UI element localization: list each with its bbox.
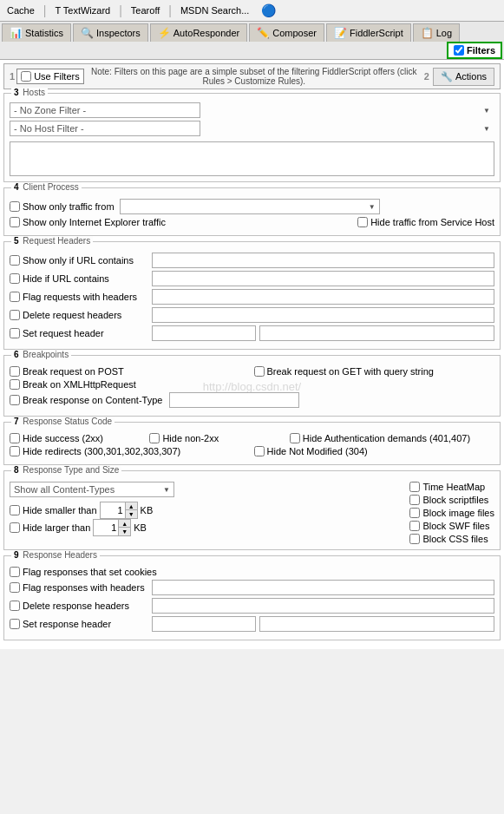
break-xml-checkbox[interactable] (10, 379, 20, 390)
resp-flag-headers-input[interactable] (152, 580, 494, 595)
menu-textwizard[interactable]: T TextWizard (51, 3, 114, 17)
tab-filters[interactable]: Filters (447, 42, 502, 59)
menu-msdn[interactable]: MSDN Search... (177, 3, 252, 17)
set-header-input2[interactable] (259, 325, 494, 341)
hide-smaller-spinner: 1 ▲ ▼ (100, 502, 138, 519)
block-swf-label[interactable]: Block SWF files (409, 521, 494, 531)
break-content-label[interactable]: Break response on Content-Type (10, 395, 162, 405)
break-content-checkbox[interactable] (10, 395, 20, 405)
show-ie-label[interactable]: Show only Internet Explorer traffic (10, 217, 166, 227)
tab-composer[interactable]: ✏️ Composer (249, 23, 324, 42)
process-select[interactable] (120, 199, 380, 214)
block-css-label[interactable]: Block CSS files (409, 534, 494, 544)
hide-not-modified-checkbox[interactable] (254, 446, 265, 456)
host-filter-select[interactable]: - No Host Filter - (10, 121, 200, 136)
show-ie-checkbox[interactable] (10, 217, 20, 227)
content-type-select[interactable]: Show all Content-Types (10, 482, 174, 497)
block-scriptfiles-label[interactable]: Block scriptfiles (409, 495, 494, 505)
menu-cache[interactable]: Cache (3, 3, 38, 17)
block-swf-checkbox[interactable] (409, 521, 420, 531)
section-breakpoints: 6 Breakpoints http://blog.csdn.net/ Brea… (3, 355, 501, 417)
hide-auth-checkbox[interactable] (290, 433, 300, 443)
time-heatmap-label[interactable]: Time HeatMap (409, 482, 494, 492)
block-css-checkbox[interactable] (409, 534, 420, 544)
block-imagefiles-label[interactable]: Block image files (409, 508, 494, 518)
flag-headers-label[interactable]: Flag requests with headers (10, 292, 148, 302)
hide-auth-label[interactable]: Hide Authentication demands (401,407) (290, 433, 494, 443)
hide-larger-label[interactable]: Hide larger than (10, 522, 90, 533)
resp-delete-headers-label[interactable]: Delete response headers (10, 601, 148, 611)
hide-non2xx-label[interactable]: Hide non-2xx (149, 433, 285, 443)
actions-icon: 🔧 (441, 71, 453, 82)
actions-button[interactable]: 🔧 Actions (433, 68, 494, 86)
use-filters-checkbox[interactable] (21, 71, 31, 82)
hide-success-label[interactable]: Hide success (2xx) (10, 433, 146, 443)
delete-headers-input[interactable] (152, 307, 494, 323)
flag-headers-input[interactable] (152, 289, 494, 305)
spinner-smaller-down[interactable]: ▼ (125, 510, 137, 518)
flag-headers-checkbox[interactable] (10, 292, 20, 302)
resp-set-header-label[interactable]: Set response header (10, 619, 148, 629)
inspectors-icon: 🔍 (81, 27, 94, 39)
hide-url-checkbox[interactable] (10, 273, 20, 284)
break-post-checkbox[interactable] (10, 366, 20, 377)
show-only-from-checkbox[interactable] (10, 201, 20, 212)
set-header-label[interactable]: Set request header (10, 328, 148, 338)
resp-flag-headers-label[interactable]: Flag responses with headers (10, 582, 148, 593)
break-get-checkbox[interactable] (254, 366, 265, 377)
hide-service-label[interactable]: Hide traffic from Service Host (357, 217, 494, 227)
break-post-label[interactable]: Break request on POST (10, 366, 251, 377)
spinner-larger-down[interactable]: ▼ (118, 528, 130, 535)
resp-set-header-input2[interactable] (259, 616, 494, 632)
hide-smaller-label[interactable]: Hide smaller than (10, 505, 97, 515)
tab-inspectors[interactable]: 🔍 Inspectors (73, 23, 148, 42)
hide-redirects-label[interactable]: Hide redirects (300,301,302,303,307) (10, 446, 251, 456)
hide-service-checkbox[interactable] (357, 217, 368, 227)
resp-delete-headers-input[interactable] (152, 598, 494, 614)
menu-help[interactable]: 🔵 (258, 2, 279, 19)
hide-not-modified-label[interactable]: Hide Not Modified (304) (254, 446, 495, 456)
break-xml-label[interactable]: Break on XMLHttpRequest (10, 379, 494, 390)
hide-smaller-value[interactable]: 1 (101, 502, 125, 518)
rt-right: Time HeatMap Block scriptfiles Block ima… (409, 482, 494, 544)
hide-larger-checkbox[interactable] (10, 522, 20, 533)
set-header-checkbox[interactable] (10, 328, 20, 338)
resp-delete-headers-checkbox[interactable] (10, 601, 20, 611)
delete-headers-label[interactable]: Delete request headers (10, 310, 148, 320)
flag-cookies-label[interactable]: Flag responses that set cookies (10, 567, 157, 577)
break-get-label[interactable]: Break request on GET with query string (254, 366, 495, 377)
bp-row2: Break on XMLHttpRequest (10, 379, 494, 390)
show-url-checkbox[interactable] (10, 255, 20, 266)
tab-fiddlerscript[interactable]: 📝 FiddlerScript (326, 23, 411, 42)
break-content-input[interactable] (169, 392, 299, 408)
set-header-input1[interactable] (152, 325, 256, 341)
show-url-input[interactable] (152, 253, 494, 268)
time-heatmap-checkbox[interactable] (409, 482, 420, 492)
show-url-label[interactable]: Show only if URL contains (10, 255, 148, 266)
tab-statistics[interactable]: 📊 Statistics (2, 23, 71, 42)
hide-url-input[interactable] (152, 271, 494, 286)
resp-flag-headers-checkbox[interactable] (10, 582, 20, 593)
menu-tearoff[interactable]: Tearoff (128, 3, 163, 17)
zone-filter-select[interactable]: - No Zone Filter - (10, 102, 200, 118)
delete-headers-checkbox[interactable] (10, 310, 20, 320)
tab-log[interactable]: 📋 Log (413, 23, 460, 42)
hide-non2xx-checkbox[interactable] (149, 433, 160, 443)
flag-cookies-checkbox[interactable] (10, 567, 20, 577)
show-only-from-label[interactable]: Show only traffic from (10, 201, 115, 212)
spinner-smaller-up[interactable]: ▲ (125, 502, 137, 510)
block-imagefiles-checkbox[interactable] (409, 508, 420, 518)
block-scriptfiles-checkbox[interactable] (409, 495, 420, 505)
hosts-textarea[interactable] (10, 141, 494, 176)
rs-row2: Hide redirects (300,301,302,303,307) Hid… (10, 446, 494, 456)
hide-success-checkbox[interactable] (10, 433, 20, 443)
tab-autoresponder[interactable]: ⚡ AutoResponder (150, 23, 247, 42)
hide-redirects-checkbox[interactable] (10, 446, 20, 456)
hide-larger-value[interactable]: 1 (94, 520, 118, 535)
resp-set-header-checkbox[interactable] (10, 619, 20, 629)
filters-tab-checkbox[interactable] (454, 45, 464, 56)
spinner-larger-up[interactable]: ▲ (118, 520, 130, 528)
hide-url-label[interactable]: Hide if URL contains (10, 273, 148, 284)
resp-set-header-input1[interactable] (152, 616, 256, 632)
hide-smaller-checkbox[interactable] (10, 505, 20, 515)
